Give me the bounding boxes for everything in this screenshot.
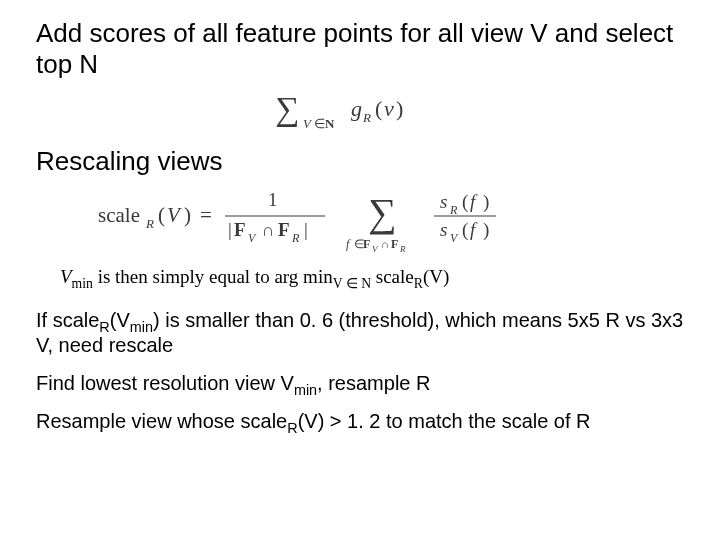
formula-sum: ∑ V ∈ N g R ( v ) — [36, 86, 684, 138]
formula-scale-svg: scale R ( V ) = 1 | F V ∩ F R | ∑ f ∈ — [90, 180, 630, 254]
p2-b: , resample R — [317, 372, 430, 394]
svg-text:V: V — [248, 231, 257, 245]
stmt-argmin: arg min — [274, 266, 332, 287]
svg-text:(: ( — [375, 96, 382, 121]
stmt-tail: scale — [371, 266, 414, 287]
svg-text:v: v — [384, 96, 394, 121]
p1-a: If scale — [36, 309, 99, 331]
p3-b: (V) > 1. 2 to match the scale of R — [298, 410, 591, 432]
stmt-argmin-sub: V ∈ N — [333, 275, 371, 290]
paragraph-resample: Resample view whose scaleR(V) > 1. 2 to … — [36, 409, 684, 433]
svg-text:∈: ∈ — [314, 116, 325, 131]
p2-sub: min — [294, 382, 317, 398]
p3-sub: R — [287, 420, 297, 436]
svg-text:∩: ∩ — [262, 221, 274, 240]
svg-text:f: f — [346, 237, 351, 251]
formula-sum-svg: ∑ V ∈ N g R ( v ) — [265, 86, 455, 134]
svg-text:f: f — [470, 191, 478, 212]
svg-text:f: f — [470, 219, 478, 240]
stmt-min-sub: min — [72, 275, 93, 290]
svg-text:s: s — [440, 191, 447, 212]
svg-text:F: F — [234, 219, 246, 240]
heading-rescaling: Rescaling views — [36, 146, 684, 177]
svg-text:R: R — [362, 110, 371, 125]
heading-main: Add scores of all feature points for all… — [36, 18, 684, 80]
svg-text:scale: scale — [98, 203, 140, 227]
svg-text:R: R — [399, 244, 406, 254]
svg-text:|: | — [228, 219, 232, 240]
svg-text:=: = — [200, 203, 212, 227]
svg-text:): ) — [396, 96, 403, 121]
stmt-tail-sub: R — [414, 275, 423, 290]
statement-vmin: Vmin is then simply equal to arg minV ∈ … — [60, 264, 684, 291]
svg-text:R: R — [145, 216, 154, 231]
svg-text:F: F — [391, 237, 398, 251]
svg-text:V: V — [372, 244, 379, 254]
formula-scale: scale R ( V ) = 1 | F V ∩ F R | ∑ f ∈ — [36, 180, 684, 258]
svg-text:(: ( — [158, 203, 165, 227]
svg-text:R: R — [449, 203, 458, 217]
svg-text:|: | — [304, 219, 308, 240]
svg-text:F: F — [278, 219, 290, 240]
p3-a: Resample view whose scale — [36, 410, 287, 432]
stmt-v: V — [60, 266, 72, 287]
paragraph-threshold: If scaleR(Vmin) is smaller than 0. 6 (th… — [36, 308, 684, 357]
svg-text:s: s — [440, 219, 447, 240]
svg-text:N: N — [325, 116, 335, 131]
svg-text:F: F — [363, 237, 370, 251]
svg-text:): ) — [483, 191, 489, 213]
svg-text:): ) — [184, 203, 191, 227]
svg-text:V: V — [303, 116, 313, 131]
paragraph-find-lowest: Find lowest resolution view Vmin, resamp… — [36, 371, 684, 395]
svg-text:(: ( — [462, 219, 468, 241]
p1-b: (V — [110, 309, 130, 331]
svg-text:∑: ∑ — [368, 190, 397, 235]
svg-text:∑: ∑ — [275, 90, 299, 128]
svg-text:(: ( — [462, 191, 468, 213]
svg-text:1: 1 — [268, 189, 278, 210]
svg-text:): ) — [483, 219, 489, 241]
stmt-mid: is then simply equal to — [93, 266, 275, 287]
svg-text:V: V — [167, 203, 182, 227]
svg-text:∩: ∩ — [381, 238, 389, 250]
svg-text:R: R — [291, 231, 300, 245]
svg-text:g: g — [351, 96, 362, 121]
svg-text:V: V — [450, 231, 459, 245]
p2-a: Find lowest resolution view V — [36, 372, 294, 394]
p1-c: ) is smaller than 0. 6 (threshold), whic… — [36, 309, 683, 355]
stmt-tail-end: (V) — [423, 266, 449, 287]
